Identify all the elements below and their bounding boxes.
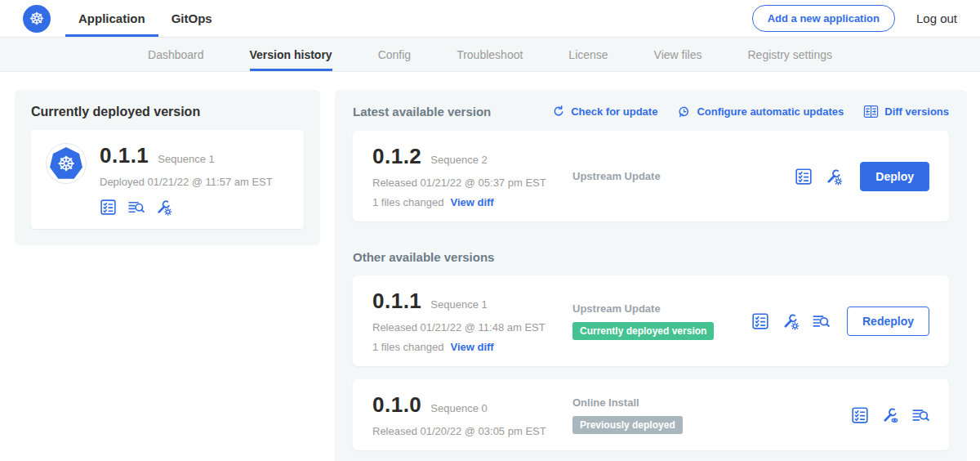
version-card-0-1-0: 0.1.0 Sequence 0 Released 01/20/22 @ 03:…: [353, 379, 949, 450]
kubernetes-helm-icon: ☸: [50, 147, 82, 180]
latest-available-title: Latest available version: [353, 105, 491, 119]
diff-versions-link[interactable]: Diff versions: [863, 105, 949, 119]
check-for-update-link[interactable]: Check for update: [551, 105, 657, 119]
deployed-version-card: ☸ 0.1.1 Sequence 1 Deployed 01/21/22 @ 1…: [31, 130, 304, 229]
checklist-icon[interactable]: [751, 312, 769, 330]
released-timestamp: Released 01/21/22 @ 11:48 am EST: [372, 321, 572, 333]
top-tab-application-label: Application: [78, 11, 145, 25]
currently-deployed-panel: Currently deployed version ☸ 0.1.1 Seque…: [15, 90, 320, 245]
previously-deployed-badge: Previously deployed: [572, 416, 683, 434]
version-source-label: Online Install: [572, 396, 639, 409]
lines-magnifier-icon[interactable]: [127, 199, 145, 216]
currently-deployed-badge: Currently deployed version: [572, 322, 714, 340]
view-diff-link[interactable]: View diff: [450, 341, 493, 353]
subnav-tab-version-history[interactable]: Version history: [250, 38, 332, 71]
wrench-eye-icon[interactable]: [881, 406, 899, 424]
top-tab-gitops[interactable]: GitOps: [158, 0, 225, 37]
view-diff-link[interactable]: View diff: [450, 196, 493, 208]
deployed-sequence-label: Sequence 1: [158, 153, 214, 165]
sequence-label: Sequence 1: [430, 298, 487, 311]
subnav-tab-registry-settings[interactable]: Registry settings: [748, 38, 832, 71]
released-timestamp: Released 01/21/22 @ 05:37 pm EST: [372, 177, 572, 189]
available-versions-panel: Latest available version Check for updat…: [335, 90, 967, 461]
lines-magnifier-icon[interactable]: [812, 312, 830, 330]
deployed-timestamp: Deployed 01/21/22 @ 11:57 am EST: [100, 176, 273, 188]
sequence-label: Sequence 0: [430, 402, 487, 414]
version-number: 0.1.1: [372, 289, 421, 314]
wrench-gear-icon[interactable]: [155, 199, 172, 216]
main-content: Currently deployed version ☸ 0.1.1 Seque…: [0, 72, 980, 461]
checklist-icon[interactable]: [100, 199, 117, 216]
subnav-tab-config[interactable]: Config: [378, 38, 411, 71]
subnav-tab-dashboard[interactable]: Dashboard: [148, 38, 204, 71]
wrench-gear-icon[interactable]: [825, 168, 843, 186]
sequence-label: Sequence 2: [430, 154, 487, 166]
app-logo: ☸: [46, 143, 87, 184]
version-source-label: Upstream Update: [572, 170, 661, 182]
log-out-link[interactable]: Log out: [916, 11, 957, 25]
deployed-version-number: 0.1.1: [100, 143, 149, 168]
add-new-application-button[interactable]: Add a new application: [752, 5, 895, 32]
redeploy-button[interactable]: Redeploy: [847, 307, 929, 336]
top-navigation-bar: ☸ Application GitOps Add a new applicati…: [0, 0, 980, 38]
released-timestamp: Released 01/20/22 @ 03:05 pm EST: [372, 425, 572, 437]
top-tab-gitops-label: GitOps: [172, 11, 212, 25]
checklist-icon[interactable]: [795, 168, 813, 186]
subnav-tab-license[interactable]: License: [568, 38, 608, 71]
version-card-0-1-2: 0.1.2 Sequence 2 Released 01/21/22 @ 05:…: [353, 131, 949, 222]
files-changed-label: 1 files changed: [372, 341, 443, 353]
app-subnav: Dashboard Version history Config Trouble…: [0, 38, 980, 72]
diff-columns-icon: [863, 105, 879, 119]
other-available-title: Other available versions: [353, 250, 949, 264]
version-card-0-1-1: 0.1.1 Sequence 1 Released 01/21/22 @ 11:…: [353, 275, 949, 366]
subnav-tab-troubleshoot[interactable]: Troubleshoot: [457, 38, 523, 71]
refresh-icon: [551, 105, 565, 119]
top-tab-application[interactable]: Application: [65, 0, 158, 37]
wrench-gear-icon[interactable]: [782, 312, 800, 330]
version-number: 0.1.0: [372, 392, 421, 418]
kubernetes-helm-icon: ☸: [23, 5, 51, 33]
version-number: 0.1.2: [372, 144, 421, 169]
checklist-icon[interactable]: [851, 406, 869, 424]
currently-deployed-title: Currently deployed version: [31, 105, 304, 119]
configure-automatic-updates-link[interactable]: Configure automatic updates: [677, 105, 844, 119]
files-changed-label: 1 files changed: [372, 196, 443, 208]
version-source-label: Upstream Update: [572, 302, 661, 315]
subnav-tab-view-files[interactable]: View files: [654, 38, 702, 71]
history-clock-icon: [677, 105, 691, 119]
deploy-button[interactable]: Deploy: [860, 162, 929, 191]
lines-magnifier-icon[interactable]: [911, 406, 929, 424]
